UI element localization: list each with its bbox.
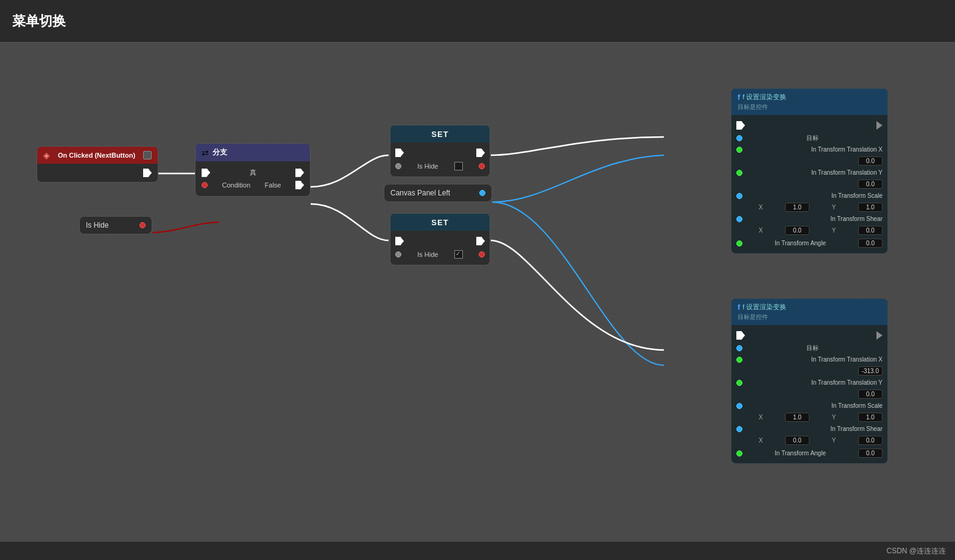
srt-1-scale-y-value: 1.0 <box>858 203 883 212</box>
srt-2-angle-label: In Transform Angle <box>775 450 826 457</box>
srt-1-angle-pin <box>736 240 742 247</box>
srt-2-scale-label: In Transform Scale <box>831 402 883 409</box>
branch-false-label: False <box>265 181 281 189</box>
set-1-title: SET <box>431 130 448 139</box>
srt-1-angle-label: In Transform Angle <box>775 240 826 247</box>
srt-1-node[interactable]: f f 设置渲染变换 目标是控件 目标 In Transform Transla… <box>731 88 888 254</box>
srt-1-scale-pin <box>736 193 742 199</box>
srt-2-transx-val-row: -313.0 <box>731 365 887 377</box>
branch-condition-label: Condition <box>222 181 250 189</box>
branch-title: 分支 <box>213 147 227 158</box>
srt-2-angle-pin <box>736 450 742 457</box>
srt-2-shear-x-label: X <box>759 437 763 444</box>
srt-1-scale-row: In Transform Scale <box>731 191 887 201</box>
srt-2-scale-val-row: X 1.0 Y 1.0 <box>731 411 887 424</box>
srt-2-header: f f 设置渲染变换 目标是控件 <box>731 299 887 325</box>
credit-text: CSDN @连连连连 <box>886 546 946 556</box>
srt-2-transx-pin <box>736 357 742 363</box>
srt-2-target-row: 目标 <box>731 342 887 354</box>
on-clicked-body <box>37 164 158 182</box>
srt-1-shear-val-row: X 0.0 Y 0.0 <box>731 224 887 237</box>
on-clicked-close-icon[interactable] <box>143 151 152 159</box>
srt-1-shear-x-label: X <box>759 227 763 234</box>
srt-2-node[interactable]: f f 设置渲染变换 目标是控件 目标 In Transform Transla… <box>731 298 888 464</box>
branch-exec-row: 真 <box>196 166 310 179</box>
srt-2-transx-label: In Transform Translation X <box>811 356 883 363</box>
page-title: 菜单切换 <box>12 12 66 30</box>
canvas-panel-out-pin <box>479 190 485 196</box>
srt-1-transy-val-row: 0.0 <box>731 178 887 191</box>
srt-1-angle-row: In Transform Angle 0.0 <box>731 237 887 250</box>
branch-node[interactable]: ⇄ 分支 真 Condition False <box>195 143 311 197</box>
srt-2-shear-pin <box>736 426 742 432</box>
srt-1-exec-in <box>736 121 745 130</box>
srt-2-scale-y-label: Y <box>832 414 836 421</box>
srt-2-angle-value: 0.0 <box>858 449 883 458</box>
set-ishide-1-node[interactable]: SET Is Hide <box>390 125 490 177</box>
set-1-exec-row <box>390 146 490 159</box>
srt-2-body: 目标 In Transform Translation X -313.0 In … <box>731 325 887 463</box>
srt-2-transy-pin <box>736 380 742 386</box>
set-ishide-2-node[interactable]: SET Is Hide <box>390 213 490 265</box>
srt-1-transx-val-row: 0.0 <box>731 155 887 167</box>
srt-1-subtitle: 目标是控件 <box>738 103 881 111</box>
canvas-panel-node[interactable]: Canvas Panel Left <box>384 184 492 202</box>
canvas-area: ◈ On Clicked (NextButton) Is Hide ⇄ 分支 真… <box>0 43 955 542</box>
on-clicked-node[interactable]: ◈ On Clicked (NextButton) <box>37 146 158 183</box>
srt-1-shear-y-label: Y <box>832 227 836 234</box>
srt-2-exec-row <box>731 329 887 342</box>
srt-2-transy-label: In Transform Translation Y <box>811 379 883 386</box>
srt-2-shear-row: In Transform Shear <box>731 424 887 434</box>
branch-condition-row: Condition False <box>196 179 310 191</box>
srt-1-title: f 设置渲染变换 <box>742 93 786 102</box>
srt-2-scale-row: In Transform Scale <box>731 401 887 411</box>
srt-1-shear-y-value: 0.0 <box>858 226 883 235</box>
set-2-exec-out <box>476 237 485 245</box>
srt-2-subtitle: 目标是控件 <box>738 313 881 321</box>
srt-2-exec-out <box>876 331 883 340</box>
srt-2-transx-row: In Transform Translation X <box>731 354 887 365</box>
on-clicked-title: On Clicked (NextButton) <box>58 152 135 159</box>
srt-2-shear-val-row: X 0.0 Y 0.0 <box>731 434 887 447</box>
set-2-body: Is Hide <box>390 231 490 265</box>
srt-1-target-pin <box>736 135 742 141</box>
srt-1-shear-label: In Transform Shear <box>830 215 883 222</box>
branch-true-label: 真 <box>250 168 256 177</box>
srt-2-scale-x-label: X <box>759 414 763 421</box>
srt-2-transx-value: -313.0 <box>858 366 883 376</box>
srt-2-angle-row: In Transform Angle 0.0 <box>731 447 887 460</box>
srt-1-transy-value: 0.0 <box>858 180 883 189</box>
set-2-ishide-label: Is Hide <box>417 251 438 258</box>
branch-exec-in-pin <box>202 169 210 177</box>
srt-1-target-label: 目标 <box>806 134 819 142</box>
srt-1-scale-label: In Transform Scale <box>831 192 883 199</box>
set-1-ishide-in-pin <box>395 163 401 169</box>
srt-2-title: f 设置渲染变换 <box>742 303 786 312</box>
title-bar: 菜单切换 <box>0 0 955 43</box>
srt-1-body: 目标 In Transform Translation X 0.0 In Tra… <box>731 115 887 253</box>
canvas-panel-label: Canvas Panel Left <box>390 189 450 197</box>
ishide-node[interactable]: Is Hide <box>79 216 152 234</box>
branch-body: 真 Condition False <box>196 161 310 196</box>
on-clicked-diamond-icon: ◈ <box>43 150 50 160</box>
set-1-body: Is Hide <box>390 142 490 177</box>
branch-false-pin <box>295 181 304 189</box>
set-2-ishide-out-pin <box>479 251 485 257</box>
set-2-header: SET <box>390 214 490 231</box>
srt-1-scale-y-label: Y <box>832 204 836 211</box>
bottom-bar: CSDN @连连连连 <box>0 542 955 560</box>
srt-1-scale-x-value: 1.0 <box>785 203 809 212</box>
srt-1-shear-row: In Transform Shear <box>731 214 887 224</box>
set-1-exec-in <box>395 149 404 157</box>
srt-2-f-icon: f <box>738 303 740 312</box>
srt-1-target-row: 目标 <box>731 132 887 144</box>
srt-2-target-pin <box>736 345 742 351</box>
set-1-ishide-row: Is Hide <box>390 159 490 173</box>
srt-2-scale-x-value: 1.0 <box>785 413 809 422</box>
srt-1-transy-label: In Transform Translation Y <box>811 169 883 176</box>
branch-condition-pin <box>202 182 208 188</box>
set-2-ishide-row: Is Hide <box>390 248 490 261</box>
set-1-checkbox <box>454 162 463 170</box>
set-2-exec-row <box>390 234 490 248</box>
branch-true-pin <box>295 169 304 177</box>
